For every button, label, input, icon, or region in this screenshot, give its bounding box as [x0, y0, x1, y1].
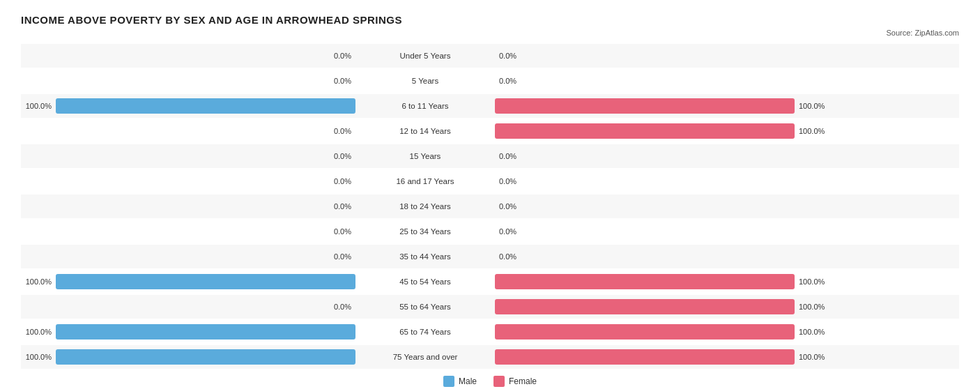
source-label: Source: ZipAtlas.com — [21, 29, 959, 37]
legend-female: Female — [493, 376, 537, 387]
chart-row: 0.0%5 Years0.0% — [21, 69, 959, 93]
age-label: 15 Years — [355, 152, 495, 160]
right-bar-container: 0.0% — [495, 44, 829, 68]
male-value: 0.0% — [325, 52, 351, 60]
left-bar-container: 0.0% — [21, 295, 355, 319]
legend-male: Male — [443, 376, 477, 387]
female-value: 100.0% — [799, 353, 825, 361]
left-bar-container: 0.0% — [21, 69, 355, 93]
chart-row: 0.0%35 to 44 Years0.0% — [21, 245, 959, 268]
right-bar-container: 100.0% — [495, 270, 829, 293]
chart-area: 0.0%Under 5 Years0.0%0.0%5 Years0.0%100.… — [21, 44, 959, 369]
female-value: 0.0% — [499, 152, 526, 160]
left-bar-container: 0.0% — [21, 245, 355, 268]
right-bar-container: 100.0% — [495, 119, 829, 143]
male-value: 0.0% — [325, 202, 351, 211]
legend-female-label: Female — [509, 376, 537, 386]
left-bar-container: 0.0% — [21, 144, 355, 168]
age-label: 65 to 74 Years — [355, 328, 495, 336]
chart-row: 100.0%65 to 74 Years100.0% — [21, 320, 959, 344]
legend-male-box — [443, 376, 454, 387]
female-value: 0.0% — [499, 52, 526, 60]
chart-row: 0.0%15 Years0.0% — [21, 144, 959, 168]
female-bar — [495, 123, 795, 139]
male-bar — [56, 98, 355, 114]
female-value: 100.0% — [799, 127, 825, 135]
female-value: 0.0% — [499, 252, 526, 261]
female-value: 0.0% — [499, 202, 526, 211]
right-bar-container: 100.0% — [495, 345, 829, 369]
female-value: 0.0% — [499, 177, 526, 185]
age-label: Under 5 Years — [355, 52, 495, 60]
age-label: 5 Years — [355, 77, 495, 85]
male-value: 100.0% — [25, 102, 52, 110]
female-bar — [495, 324, 795, 340]
chart-row: 100.0%45 to 54 Years100.0% — [21, 270, 959, 293]
legend: Male Female — [21, 376, 959, 387]
right-bar-container: 0.0% — [495, 220, 829, 243]
right-bar-container: 0.0% — [495, 144, 829, 168]
male-value: 100.0% — [25, 328, 52, 336]
age-label: 55 to 64 Years — [355, 303, 495, 311]
left-bar-container: 100.0% — [21, 345, 355, 369]
left-bar-container: 0.0% — [21, 194, 355, 218]
left-bar-container: 100.0% — [21, 320, 355, 344]
male-bar — [56, 274, 355, 289]
age-label: 35 to 44 Years — [355, 252, 495, 261]
legend-female-box — [493, 376, 505, 387]
male-value: 0.0% — [325, 127, 351, 135]
chart-row: 0.0%16 and 17 Years0.0% — [21, 169, 959, 193]
left-bar-container: 100.0% — [21, 94, 355, 118]
age-label: 16 and 17 Years — [355, 177, 495, 185]
chart-row: 0.0%Under 5 Years0.0% — [21, 44, 959, 68]
male-value: 100.0% — [25, 277, 52, 286]
left-bar-container: 0.0% — [21, 169, 355, 193]
right-bar-container: 0.0% — [495, 245, 829, 268]
left-bar-container: 0.0% — [21, 44, 355, 68]
female-value: 100.0% — [799, 328, 825, 336]
age-label: 45 to 54 Years — [355, 277, 495, 286]
female-value: 100.0% — [799, 303, 825, 311]
left-bar-container: 0.0% — [21, 119, 355, 143]
age-label: 75 Years and over — [355, 353, 495, 361]
female-bar — [495, 274, 795, 289]
left-bar-container: 0.0% — [21, 220, 355, 243]
female-bar — [495, 349, 795, 365]
age-label: 18 to 24 Years — [355, 202, 495, 211]
age-label: 25 to 34 Years — [355, 227, 495, 236]
age-label: 12 to 14 Years — [355, 127, 495, 135]
right-bar-container: 0.0% — [495, 69, 829, 93]
male-value: 100.0% — [25, 353, 52, 361]
right-bar-container: 0.0% — [495, 169, 829, 193]
female-bar — [495, 98, 795, 114]
male-value: 0.0% — [325, 227, 351, 236]
chart-row: 0.0%18 to 24 Years0.0% — [21, 194, 959, 218]
legend-male-label: Male — [459, 376, 477, 386]
chart-row: 0.0%55 to 64 Years100.0% — [21, 295, 959, 319]
left-bar-container: 100.0% — [21, 270, 355, 293]
male-bar — [56, 324, 355, 340]
age-label: 6 to 11 Years — [355, 102, 495, 110]
right-bar-container: 0.0% — [495, 194, 829, 218]
chart-row: 100.0%6 to 11 Years100.0% — [21, 94, 959, 118]
right-bar-container: 100.0% — [495, 94, 829, 118]
chart-row: 100.0%75 Years and over100.0% — [21, 345, 959, 369]
female-bar — [495, 299, 795, 314]
female-value: 0.0% — [499, 77, 526, 85]
male-bar — [56, 349, 355, 365]
right-bar-container: 100.0% — [495, 295, 829, 319]
male-value: 0.0% — [325, 252, 351, 261]
male-value: 0.0% — [325, 177, 351, 185]
female-value: 0.0% — [499, 227, 526, 236]
chart-row: 0.0%25 to 34 Years0.0% — [21, 220, 959, 243]
male-value: 0.0% — [325, 152, 351, 160]
page-title: INCOME ABOVE POVERTY BY SEX AND AGE IN A… — [21, 14, 959, 26]
female-value: 100.0% — [799, 277, 825, 286]
male-value: 0.0% — [325, 77, 351, 85]
chart-row: 0.0%12 to 14 Years100.0% — [21, 119, 959, 143]
male-value: 0.0% — [325, 303, 351, 311]
female-value: 100.0% — [799, 102, 825, 110]
right-bar-container: 100.0% — [495, 320, 829, 344]
